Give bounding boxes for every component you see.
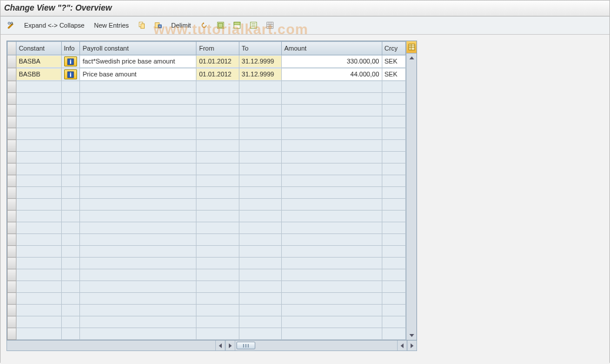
col-to[interactable]: To	[239, 42, 281, 55]
cell-currency[interactable]: SEK	[382, 69, 406, 80]
triangle-up-icon	[409, 56, 414, 59]
cell-amount[interactable]: 44.000,00	[282, 69, 381, 80]
scroll-down-button[interactable]	[406, 331, 416, 340]
select-block-icon	[233, 21, 241, 29]
cell-payroll-constant[interactable]: Price base amount	[80, 69, 196, 80]
row-selector[interactable]	[8, 246, 16, 258]
table-row-empty	[8, 105, 406, 116]
svg-rect-9	[218, 24, 222, 28]
pencil-glasses-icon	[7, 21, 15, 29]
select-block-button[interactable]	[230, 19, 244, 32]
scroll-right-button[interactable]	[225, 340, 235, 350]
row-selector[interactable]	[8, 269, 16, 281]
row-selector[interactable]	[8, 68, 16, 81]
svg-rect-16	[266, 22, 273, 29]
row-selector[interactable]	[8, 140, 16, 152]
deselect-all-icon	[249, 21, 258, 29]
svg-point-0	[8, 22, 11, 25]
svg-rect-26	[70, 74, 71, 77]
cell-constant: BASBA	[16, 56, 61, 67]
table-row-empty	[8, 211, 406, 222]
delete-button[interactable]	[151, 19, 165, 32]
triangle-left-icon	[401, 343, 404, 348]
scroll-thumb[interactable]	[236, 342, 255, 349]
info-button[interactable]	[64, 69, 77, 79]
cell-currency[interactable]: SEK	[382, 56, 406, 67]
scroll-up-button[interactable]	[406, 54, 416, 62]
table-row-empty	[8, 128, 406, 140]
svg-rect-23	[70, 61, 71, 64]
copy-icon	[138, 21, 146, 29]
expand-collapse-button[interactable]: Expand <-> Collapse	[21, 19, 88, 31]
triangle-right-icon	[229, 343, 232, 348]
col-amount[interactable]: Amount	[282, 42, 382, 55]
row-selector[interactable]	[8, 234, 16, 246]
triangle-down-icon	[409, 334, 414, 337]
undo-change-button[interactable]	[197, 19, 211, 32]
svg-rect-27	[409, 44, 415, 50]
row-selector[interactable]	[8, 199, 16, 211]
row-selector[interactable]	[8, 55, 16, 68]
row-selector[interactable]	[8, 128, 16, 140]
undo-icon	[200, 21, 208, 29]
col-constant[interactable]: Constant	[16, 42, 61, 55]
table-row-empty	[8, 187, 406, 199]
cell-from: 01.01.2012	[196, 69, 238, 80]
row-selector[interactable]	[8, 328, 16, 340]
row-selector[interactable]	[8, 163, 16, 175]
horizontal-scrollbar	[6, 340, 417, 351]
data-table-container: Constant Info Payroll constant From To A…	[6, 41, 417, 340]
deselect-all-button[interactable]	[246, 19, 261, 32]
svg-rect-22	[70, 59, 71, 61]
table-settings-button[interactable]	[263, 19, 277, 32]
cell-constant: BASBB	[16, 69, 61, 80]
scroll-left-2-button[interactable]	[397, 340, 407, 350]
row-selector[interactable]	[8, 211, 16, 222]
col-payroll-constant[interactable]: Payroll constant	[80, 42, 196, 55]
table-row: BASBAfact*Swedish price base amount01.01…	[8, 55, 406, 68]
select-all-button[interactable]	[214, 19, 228, 32]
row-selector[interactable]	[8, 105, 16, 116]
page-title-text: Change View "?": Overview	[4, 3, 112, 12]
table-row-empty	[8, 258, 406, 269]
scroll-left-button[interactable]	[215, 340, 225, 350]
scroll-right-2-button[interactable]	[407, 340, 416, 350]
row-selector[interactable]	[8, 187, 16, 199]
row-selector[interactable]	[8, 316, 16, 328]
row-selector[interactable]	[8, 175, 16, 187]
row-selector[interactable]	[8, 305, 16, 316]
new-entries-button[interactable]: New Entries	[91, 19, 132, 31]
data-table: Constant Info Payroll constant From To A…	[7, 41, 406, 340]
col-from[interactable]: From	[196, 42, 239, 55]
row-selector[interactable]	[8, 222, 16, 234]
row-selector[interactable]	[8, 116, 16, 128]
row-selector[interactable]	[8, 258, 16, 269]
select-all-icon	[216, 21, 225, 29]
info-button[interactable]	[64, 56, 77, 66]
col-info[interactable]: Info	[61, 42, 80, 55]
toolbar: Expand <-> Collapse New Entries Delimit	[1, 16, 609, 35]
page-title: Change View "?": Overview	[1, 1, 609, 16]
col-currency[interactable]: Crcy	[382, 42, 406, 55]
table-row-empty	[8, 81, 406, 93]
row-selector-header[interactable]	[8, 42, 16, 55]
row-selector[interactable]	[8, 281, 16, 293]
cell-payroll-constant[interactable]: fact*Swedish price base amount	[80, 56, 196, 67]
row-selector[interactable]	[8, 81, 16, 93]
table-config-icon	[266, 21, 274, 29]
table-row: BASBBPrice base amount01.01.201231.12.99…	[8, 68, 406, 81]
table-configuration-button[interactable]	[406, 41, 416, 54]
delimit-button[interactable]: Delimit	[168, 19, 195, 31]
table-row-empty	[8, 222, 406, 234]
row-selector[interactable]	[8, 293, 16, 305]
svg-rect-3	[141, 24, 144, 28]
cell-to: 31.12.9999	[239, 69, 281, 80]
cell-amount[interactable]: 330.000,00	[282, 56, 381, 67]
toggle-display-change-button[interactable]	[4, 19, 18, 32]
row-selector[interactable]	[8, 93, 16, 105]
row-selector[interactable]	[8, 152, 16, 163]
table-row-empty	[8, 269, 406, 281]
copy-as-button[interactable]	[135, 19, 149, 32]
info-icon	[67, 58, 74, 65]
table-row-empty	[8, 175, 406, 187]
